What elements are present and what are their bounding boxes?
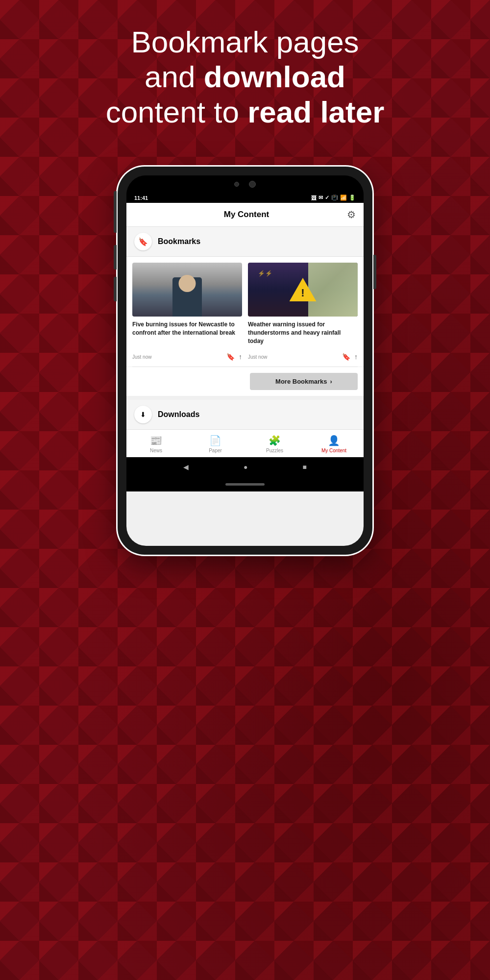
home-button[interactable]: ● [244,463,247,471]
home-pill [225,483,265,486]
download-icon: ⬇ [134,406,152,423]
bookmark-action-icon-2[interactable]: 🔖 [342,353,350,361]
article-time-weather: Just now [248,354,267,360]
more-bookmarks-button[interactable]: More Bookmarks › [250,373,358,390]
email-icon: ✉ [318,195,323,201]
android-nav-bar: ◀ ● ■ [126,457,364,477]
news-icon: 📰 [150,435,162,446]
nav-item-news[interactable]: 📰 News [126,430,186,457]
article-actions-newcastle: 🔖 ↑ [226,353,242,361]
header-line3-normal: content [106,95,214,129]
battery-icon: 🔋 [349,195,356,201]
more-btn-area: More Bookmarks › [126,367,364,396]
camera-dot-center [249,181,256,188]
article-image-weather: ⚡⚡ ! [248,263,358,317]
article-title-newcastle: Five burning issues for Newcastle to con… [132,320,242,345]
nav-label-paper: Paper [209,448,222,453]
wifi-icon: 📶 [340,195,347,201]
bookmarks-header: 🔖 Bookmarks [126,227,364,257]
weather-image-bg: ⚡⚡ ! [248,263,358,317]
nav-item-my-content[interactable]: 👤 My Content [304,430,364,457]
my-content-icon: 👤 [328,435,340,446]
share-action-icon[interactable]: ↑ [239,353,242,361]
header-line1: Bookmark pages [131,25,359,59]
camera-dot-left [234,182,239,187]
phone-mockup: 11:41 🖼 ✉ ✓ 📳 📶 🔋 My Content ⚙ [118,167,372,555]
nav-label-puzzles: Puzzles [266,448,283,453]
header-line2-normal: and [145,60,204,94]
bottom-nav: 📰 News 📄 Paper 🧩 Puzzles 👤 My Content [126,429,364,457]
notification-icon: 🖼 [311,195,317,201]
bookmark-action-icon[interactable]: 🔖 [226,353,235,361]
status-icons: 🖼 ✉ ✓ 📳 📶 🔋 [311,195,356,201]
puzzles-icon: 🧩 [269,435,281,446]
nav-label-news: News [150,448,162,453]
header-section: Bookmark pages and download content to r… [0,15,490,139]
article-time-newcastle: Just now [132,354,151,360]
phone-outer: 11:41 🖼 ✉ ✓ 📳 📶 🔋 My Content ⚙ [118,167,372,555]
article-actions-weather: 🔖 ↑ [342,353,358,361]
share-action-icon-2[interactable]: ↑ [354,353,358,361]
nav-item-paper[interactable]: 📄 Paper [186,430,245,457]
bookmarks-title: Bookmarks [158,237,200,246]
downloads-header: ⬇ Downloads [126,400,364,429]
settings-icon[interactable]: ⚙ [347,209,356,220]
app-title: My Content [146,210,347,220]
top-bar: My Content ⚙ [126,203,364,227]
warning-exclaim: ! [301,288,304,298]
weather-map-overlay [308,263,358,317]
header-line3-bold: read later [247,95,384,129]
app-content: My Content ⚙ 🔖 Bookmarks Five burning [126,203,364,546]
status-time: 11:41 [134,195,148,201]
check-icon: ✓ [325,195,329,201]
nav-label-my-content: My Content [321,448,346,453]
article-card-weather[interactable]: ⚡⚡ ! Weather warning issued for thunders… [248,263,358,361]
phone-screen: 11:41 🖼 ✉ ✓ 📳 📶 🔋 My Content ⚙ [126,175,364,546]
back-button[interactable]: ◀ [183,463,189,471]
article-footer-newcastle: Just now 🔖 ↑ [132,349,242,361]
status-bar: 11:41 🖼 ✉ ✓ 📳 📶 🔋 [126,193,364,203]
downloads-title: Downloads [158,410,199,419]
articles-grid: Five burning issues for Newcastle to con… [126,257,364,367]
camera-area [126,175,364,193]
bookmark-icon: 🔖 [134,233,152,250]
lightning-icon: ⚡⚡ [258,270,272,277]
home-indicator [126,477,364,491]
article-card-newcastle[interactable]: Five burning issues for Newcastle to con… [132,263,242,361]
header-line2-bold: download [204,60,345,94]
article-title-weather: Weather warning issued for thunderstorms… [248,320,358,345]
paper-icon: 📄 [209,435,221,446]
recents-button[interactable]: ■ [303,463,307,471]
vibrate-icon: 📳 [331,195,338,201]
newcastle-image-bg [132,263,242,317]
nav-item-puzzles[interactable]: 🧩 Puzzles [245,430,304,457]
article-footer-weather: Just now 🔖 ↑ [248,349,358,361]
article-image-newcastle [132,263,242,317]
